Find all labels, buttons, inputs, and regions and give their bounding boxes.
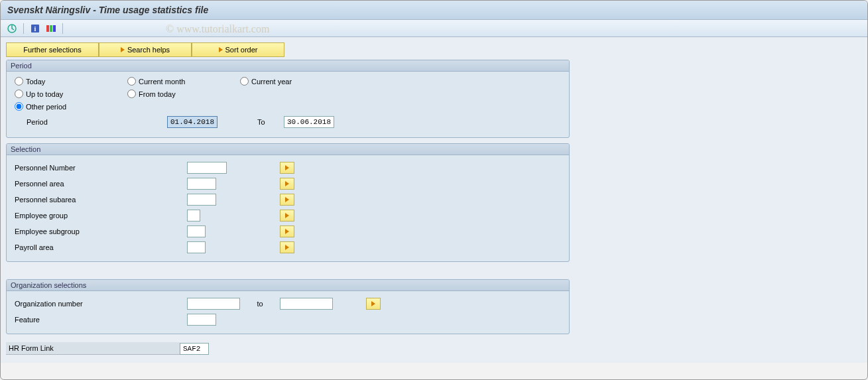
employee-group-input[interactable] xyxy=(187,210,200,222)
arrow-right-icon xyxy=(219,47,223,52)
hr-form-label: HR Form Link xyxy=(6,342,180,355)
feature-row: Feature xyxy=(15,312,561,327)
execute-icon[interactable] xyxy=(6,23,18,34)
radio-up-to-today-label: Up to today xyxy=(26,90,63,98)
sel-label: Employee group xyxy=(15,212,187,220)
toolbar-separator xyxy=(23,23,24,34)
sel-row-employee-subgroup: Employee subgroup xyxy=(15,224,561,239)
personnel-subarea-input[interactable] xyxy=(187,194,216,206)
org-number-from-input[interactable] xyxy=(187,298,240,310)
arrow-right-icon xyxy=(285,245,289,250)
search-helps-button[interactable]: Search helps xyxy=(99,42,192,57)
sort-order-label: Sort order xyxy=(225,46,258,54)
org-to-label: to xyxy=(247,300,273,308)
svg-rect-4 xyxy=(50,25,52,32)
arrow-right-icon xyxy=(285,181,289,186)
multi-select-button[interactable] xyxy=(280,194,294,206)
search-helps-label: Search helps xyxy=(127,46,170,54)
toolbar-separator xyxy=(62,23,63,34)
org-legend: Organization selections xyxy=(7,280,569,291)
multi-select-button[interactable] xyxy=(366,298,381,310)
sel-label: Personnel Number xyxy=(15,164,187,172)
sel-row-personnel-area: Personnel area xyxy=(15,176,561,191)
radio-from-today[interactable]: From today xyxy=(127,90,240,98)
radio-today[interactable]: Today xyxy=(15,77,127,86)
period-to-input[interactable] xyxy=(284,116,334,128)
svg-rect-5 xyxy=(53,25,56,32)
radio-current-year[interactable]: Current year xyxy=(240,77,353,86)
sel-label: Personnel area xyxy=(15,180,187,188)
sel-label: Payroll area xyxy=(15,243,187,251)
radio-current-year-input[interactable] xyxy=(240,77,249,86)
page-title: Svenskt Näringsliv - Time usage statisti… xyxy=(7,5,861,15)
arrow-right-icon xyxy=(121,47,125,52)
personnel-area-input[interactable] xyxy=(187,178,216,190)
radio-from-today-input[interactable] xyxy=(127,90,136,98)
radio-today-input[interactable] xyxy=(15,77,23,86)
radio-current-month-input[interactable] xyxy=(127,77,136,86)
arrow-right-icon xyxy=(285,213,289,218)
title-bar: Svenskt Näringsliv - Time usage statisti… xyxy=(1,1,867,20)
selection-buttons-row: Further selections Search helps Sort ord… xyxy=(6,42,862,57)
radio-current-year-label: Current year xyxy=(251,78,292,86)
period-fieldset: Period Today Current month Current year xyxy=(6,60,570,138)
multi-select-button[interactable] xyxy=(280,178,294,190)
arrow-right-icon xyxy=(285,165,289,170)
sel-row-personnel-subarea: Personnel subarea xyxy=(15,192,561,207)
arrow-right-icon xyxy=(371,301,375,306)
sel-label: Personnel subarea xyxy=(15,196,187,204)
sel-row-payroll-area: Payroll area xyxy=(15,240,561,255)
multi-select-button[interactable] xyxy=(280,241,294,253)
further-selections-label: Further selections xyxy=(23,46,81,54)
sel-row-employee-group: Employee group xyxy=(15,208,561,223)
hr-form-row: HR Form Link xyxy=(6,340,570,357)
hr-form-input[interactable] xyxy=(180,343,209,355)
radio-up-to-today[interactable]: Up to today xyxy=(15,90,127,98)
toolbar: i xyxy=(1,20,867,37)
org-number-row: Organization number to xyxy=(15,296,561,311)
radio-other-period[interactable]: Other period xyxy=(15,102,127,111)
feature-label: Feature xyxy=(15,316,187,324)
sel-label: Employee subgroup xyxy=(15,227,187,235)
period-legend: Period xyxy=(7,60,569,72)
svg-rect-3 xyxy=(46,25,49,32)
multi-select-button[interactable] xyxy=(280,210,294,222)
radio-current-month-label: Current month xyxy=(139,78,185,86)
radio-current-month[interactable]: Current month xyxy=(127,77,240,86)
org-fieldset: Organization selections Organization num… xyxy=(6,279,570,334)
multi-select-button[interactable] xyxy=(280,225,294,237)
selection-legend: Selection xyxy=(7,144,569,155)
svg-text:i: i xyxy=(34,25,36,32)
radio-up-to-today-input[interactable] xyxy=(15,90,23,98)
radio-other-period-input[interactable] xyxy=(15,102,23,111)
period-from-input[interactable] xyxy=(167,116,217,128)
radio-from-today-label: From today xyxy=(139,90,176,98)
org-number-label: Organization number xyxy=(15,300,187,308)
sel-row-personnel-number: Personnel Number xyxy=(15,160,561,175)
radio-other-period-label: Other period xyxy=(26,103,66,111)
personnel-number-input[interactable] xyxy=(187,162,227,174)
feature-input[interactable] xyxy=(187,314,216,326)
arrow-right-icon xyxy=(285,197,289,202)
period-from-label: Period xyxy=(15,118,167,126)
employee-subgroup-input[interactable] xyxy=(187,225,206,237)
arrow-right-icon xyxy=(285,229,289,234)
selection-fieldset: Selection Personnel Number Personnel are… xyxy=(6,143,570,262)
radio-today-label: Today xyxy=(26,78,45,86)
content-area: Further selections Search helps Sort ord… xyxy=(1,37,867,363)
info-icon[interactable]: i xyxy=(29,23,41,34)
payroll-area-input[interactable] xyxy=(187,241,206,253)
sort-order-button[interactable]: Sort order xyxy=(192,42,284,57)
period-to-label: To xyxy=(257,118,284,126)
further-selections-button[interactable]: Further selections xyxy=(6,42,99,57)
color-legend-icon[interactable] xyxy=(45,23,57,34)
org-number-to-input[interactable] xyxy=(280,298,333,310)
multi-select-button[interactable] xyxy=(280,162,294,174)
